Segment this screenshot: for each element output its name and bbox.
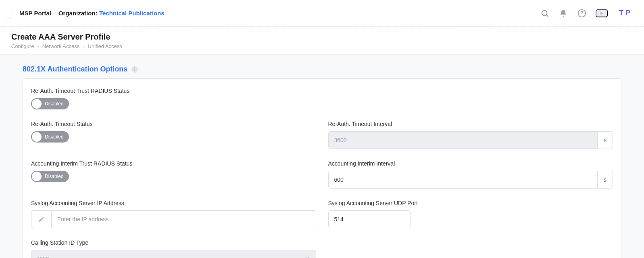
breadcrumb-sep: - [37,43,39,49]
unit-seconds: s [598,131,613,149]
acct-interval-input-group: s [328,171,613,189]
field-acct-interim-interval: Accounting Interim Interval s [328,160,613,189]
syslog-ip-input[interactable] [51,210,316,228]
toggle-knob [32,172,42,181]
syslog-port-input[interactable] [328,210,411,228]
field-reauth-timeout-interval: Re-Auth. Timeout Interval s [328,121,613,149]
field-label: Accounting Interim Interval [328,160,613,167]
field-reauth-trust-radius: Re-Auth. Timeout Trust RADIUS Status Dis… [31,88,613,109]
field-label: Re-Auth. Timeout Trust RADIUS Status [31,88,613,94]
play-icon[interactable] [596,9,608,17]
field-label: Accounting Interim Trust RADIUS Status [31,160,316,167]
unit-seconds: s [598,171,613,189]
sidebar-collapse-button[interactable] [5,8,12,19]
calling-station-id-select[interactable]: MAC [31,250,316,258]
info-icon[interactable]: i [131,66,138,73]
reauth-interval-input-group: s [328,131,613,149]
field-label: Re-Auth. Timeout Status [31,121,316,127]
acct-interim-trust-radius-toggle[interactable]: Disabled [31,171,69,182]
chevron-down-icon [304,256,310,258]
toggle-text: Disabled [45,134,64,140]
page-header: Create AAA Server Profile Configure - Ne… [0,27,644,55]
empty-cell [328,239,613,258]
page-title: Create AAA Server Profile [11,32,633,42]
form-grid: Re-Auth. Timeout Trust RADIUS Status Dis… [31,88,613,258]
field-syslog-ip: Syslog Accounting Server IP Address [31,200,316,228]
field-syslog-port: Syslog Accounting Server UDP Port [328,200,613,228]
select-value: MAC [37,256,50,258]
svg-line-1 [546,15,548,17]
bell-icon[interactable] [559,8,568,18]
svg-point-3 [581,15,582,15]
avatar[interactable]: T P [617,7,633,19]
breadcrumb-item[interactable]: Unified Access [88,43,122,49]
org-label: Organization: [58,10,98,17]
topbar-left: MSP Portal Organization: Technical Publi… [5,8,164,19]
help-icon[interactable] [577,8,587,18]
field-label: Syslog Accounting Server IP Address [31,200,316,206]
field-label: Re-Auth. Timeout Interval [328,121,613,127]
toggle-text: Disabled [45,174,64,179]
org-link[interactable]: Technical Publications [99,10,164,17]
toggle-knob [32,132,42,142]
portal-label: MSP Portal [19,10,51,17]
section-title: 802.1X Authentication Options [23,65,127,73]
field-acct-interim-trust-radius: Accounting Interim Trust RADIUS Status D… [31,160,316,189]
search-icon[interactable] [540,8,550,18]
toggle-text: Disabled [45,101,64,107]
org-group: Organization: Technical Publications [58,10,165,17]
syslog-ip-input-group [31,210,316,228]
field-reauth-timeout-status: Re-Auth. Timeout Status Disabled [31,121,316,149]
toggle-knob [32,99,42,109]
pencil-icon [31,210,51,228]
field-label: Syslog Accounting Server UDP Port [328,200,613,206]
field-calling-station-id: Calling Station ID Type MAC [31,239,316,258]
reauth-trust-radius-toggle[interactable]: Disabled [31,98,69,109]
svg-point-0 [542,10,547,15]
acct-interval-input[interactable] [328,171,598,189]
section-header: 802.1X Authentication Options i [11,63,633,78]
field-label: Calling Station ID Type [31,239,316,246]
breadcrumb-sep: - [83,43,84,49]
topbar: MSP Portal Organization: Technical Publi… [0,0,644,27]
topbar-right: T P [540,7,633,19]
reauth-timeout-status-toggle[interactable]: Disabled [31,131,69,143]
reauth-interval-input [328,131,598,149]
breadcrumb: Configure - Network Access - Unified Acc… [11,43,633,49]
breadcrumb-item[interactable]: Configure [11,43,34,49]
breadcrumb-item[interactable]: Network Access [42,43,79,49]
content-area: 802.1X Authentication Options i Re-Auth.… [0,55,644,258]
auth-options-panel: Re-Auth. Timeout Trust RADIUS Status Dis… [23,78,621,258]
